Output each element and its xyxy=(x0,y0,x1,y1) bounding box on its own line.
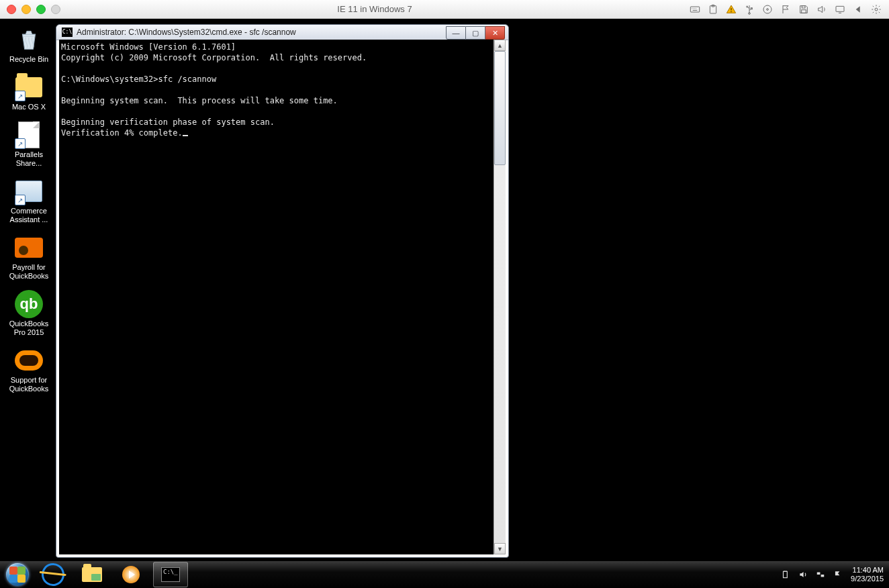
desktop-icon-label: Recycle Bin xyxy=(9,55,48,64)
svg-rect-17 xyxy=(802,5,805,7)
quickbooks-icon: qb xyxy=(15,290,43,318)
taskbar-internet-explorer[interactable] xyxy=(36,562,70,587)
recycle-bin-icon xyxy=(15,26,43,54)
desktop-icon-label: Commerce Assistant ... xyxy=(10,207,48,224)
svg-rect-25 xyxy=(817,573,821,575)
traffic-lights xyxy=(7,5,60,14)
desktop-icon-label: Payroll for QuickBooks xyxy=(9,263,49,281)
system-tray: 11:40 AM 9/23/2015 xyxy=(781,566,885,583)
windows-taskbar: C:\_ 11:40 AM 9/23/2015 xyxy=(0,561,889,588)
zoom-traffic-light[interactable] xyxy=(36,5,46,14)
start-orb-icon xyxy=(6,563,29,586)
svg-point-15 xyxy=(767,8,769,10)
svg-rect-26 xyxy=(821,575,825,577)
warning-icon[interactable] xyxy=(725,3,737,15)
cmd-window-title: Administrator: C:\Windows\System32\cmd.e… xyxy=(77,28,446,37)
scroll-up-button[interactable]: ▲ xyxy=(494,40,506,51)
disc-icon[interactable] xyxy=(761,3,774,15)
desktop-icons-column: Recycle Bin ↗ Mac OS X ↗ Parallels Share… xyxy=(4,26,54,393)
scroll-down-button[interactable]: ▼ xyxy=(494,543,506,554)
desktop-icon-support-qb[interactable]: Support for QuickBooks xyxy=(4,346,54,393)
folder-icon: ↗ xyxy=(15,73,43,101)
desktop-icon-quickbooks-pro[interactable]: qb QuickBooks Pro 2015 xyxy=(4,290,54,337)
back-triangle-icon[interactable] xyxy=(852,3,864,15)
desktop-icon-label: Support for QuickBooks xyxy=(9,376,49,393)
cmd-window[interactable]: Administrator: C:\Windows\System32\cmd.e… xyxy=(56,24,509,558)
desktop-icon-mac-os-x[interactable]: ↗ Mac OS X xyxy=(4,73,54,111)
start-button[interactable] xyxy=(4,561,31,588)
mac-window-titlebar: IE 11 in Windows 7 xyxy=(0,0,889,19)
svg-rect-22 xyxy=(784,571,788,577)
taskbar-media-player[interactable] xyxy=(114,562,148,587)
tray-volume-icon[interactable] xyxy=(798,570,808,579)
cmd-output[interactable]: Microsoft Windows [Version 6.1.7601] Cop… xyxy=(59,40,494,554)
maximize-button[interactable]: ▢ xyxy=(466,26,485,40)
taskbar-file-explorer[interactable] xyxy=(75,562,109,587)
payroll-icon xyxy=(15,234,43,262)
usb-icon[interactable] xyxy=(743,3,755,15)
parallels-toolbar xyxy=(689,3,882,15)
ie-icon xyxy=(40,561,66,588)
window-controls: — ▢ ✕ xyxy=(446,26,505,38)
cmd-task-icon: C:\_ xyxy=(161,567,180,582)
cmd-scrollbar[interactable]: ▲ ▼ xyxy=(494,40,506,554)
wmp-icon xyxy=(122,566,140,583)
keyboard-icon[interactable] xyxy=(689,3,701,15)
minimize-traffic-light[interactable] xyxy=(21,5,31,14)
tray-action-center-icon[interactable] xyxy=(833,570,843,579)
svg-rect-13 xyxy=(751,7,752,9)
mac-window-title: IE 11 in Windows 7 xyxy=(337,4,412,14)
svg-point-12 xyxy=(747,6,748,7)
desktop-icon-label: Mac OS X xyxy=(12,103,46,111)
tray-power-icon[interactable] xyxy=(781,570,790,579)
clock-date: 9/23/2015 xyxy=(851,575,884,583)
scroll-thumb[interactable] xyxy=(494,51,506,165)
desktop-icon-commerce-assistant[interactable]: ↗ Commerce Assistant ... xyxy=(4,177,54,224)
desktop-icon-payroll-qb[interactable]: Payroll for QuickBooks xyxy=(4,234,54,281)
floppy-icon[interactable] xyxy=(798,3,810,15)
tray-network-icon[interactable] xyxy=(816,570,825,579)
cmd-titlebar[interactable]: Administrator: C:\Windows\System32\cmd.e… xyxy=(56,25,508,40)
svg-point-14 xyxy=(763,5,771,13)
taskbar-clock[interactable]: 11:40 AM 9/23/2015 xyxy=(851,566,885,583)
life-preserver-icon xyxy=(15,346,43,375)
close-button[interactable]: ✕ xyxy=(485,26,505,40)
clipboard-icon[interactable] xyxy=(707,3,719,15)
svg-rect-18 xyxy=(802,9,806,13)
desktop-icon-label: Parallels Share... xyxy=(15,150,43,168)
svg-rect-19 xyxy=(836,6,844,11)
sound-icon[interactable] xyxy=(816,3,828,15)
close-traffic-light[interactable] xyxy=(7,5,16,14)
inactive-traffic-light xyxy=(51,5,60,14)
cmd-icon xyxy=(62,28,73,37)
svg-point-21 xyxy=(875,8,878,11)
gear-icon[interactable] xyxy=(870,3,882,15)
document-icon: ↗ xyxy=(15,121,43,149)
vm-desktop[interactable]: Recycle Bin ↗ Mac OS X ↗ Parallels Share… xyxy=(0,19,889,588)
clock-time: 11:40 AM xyxy=(851,566,884,575)
svg-rect-0 xyxy=(690,7,699,12)
desktop-icon-parallels-share[interactable]: ↗ Parallels Share... xyxy=(4,121,54,168)
minimize-button[interactable]: — xyxy=(446,26,466,40)
flag-icon[interactable] xyxy=(780,3,792,15)
desktop-icon-label: QuickBooks Pro 2015 xyxy=(9,320,49,337)
app-icon: ↗ xyxy=(15,177,43,205)
taskbar-cmd[interactable]: C:\_ xyxy=(153,562,188,587)
cmd-client-area: Microsoft Windows [Version 6.1.7601] Cop… xyxy=(59,40,506,554)
display-icon[interactable] xyxy=(834,3,846,15)
svg-point-9 xyxy=(731,11,732,12)
explorer-icon xyxy=(82,567,102,582)
desktop-icon-recycle-bin[interactable]: Recycle Bin xyxy=(4,26,54,64)
